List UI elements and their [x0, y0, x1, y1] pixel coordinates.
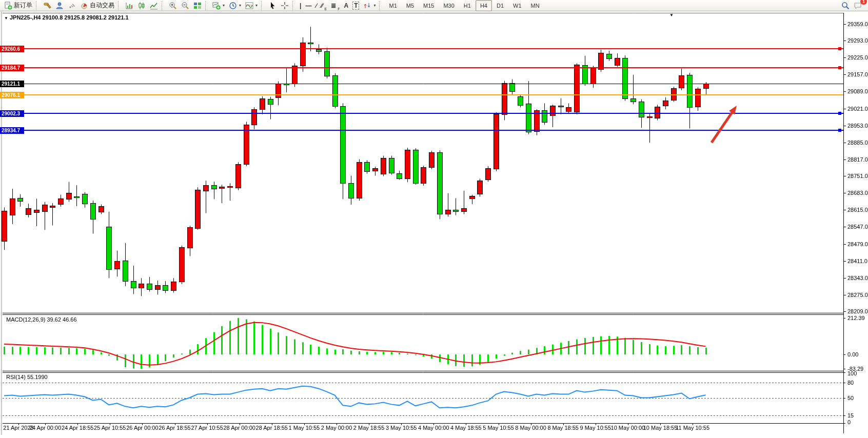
- search-button[interactable]: [839, 0, 852, 11]
- new-order-button-label: 新订单: [14, 1, 32, 10]
- profiles-dropdown[interactable]: ▾: [227, 0, 243, 11]
- tile-windows-button[interactable]: [191, 0, 204, 11]
- vertical-line-button-glyph: |: [300, 2, 301, 9]
- fibonacci-button[interactable]: ≣F: [329, 0, 342, 11]
- chart-candles-button[interactable]: [135, 0, 148, 11]
- text-button[interactable]: A: [342, 0, 350, 11]
- chart-canvas[interactable]: [0, 0, 868, 438]
- signal-icon: [68, 2, 76, 10]
- chart-plus-icon: [212, 2, 221, 10]
- document-plus-icon: [4, 2, 12, 10]
- channel-button-glyph: ∕∕: [321, 2, 323, 9]
- community-button[interactable]: [53, 0, 66, 11]
- timeframe-m5-label: M5: [404, 3, 417, 9]
- toolbar-separator: [205, 1, 209, 10]
- timeframe-w1[interactable]: W1: [508, 0, 526, 11]
- trendline-button[interactable]: ∕: [313, 0, 319, 11]
- horizontal-line-button-glyph: —: [305, 2, 311, 9]
- chart-bars-button[interactable]: [123, 0, 135, 11]
- fibonacci-button-glyph: ≣: [331, 2, 336, 9]
- channel-button-sub: E: [324, 7, 327, 11]
- fibonacci-button-sub: F: [338, 7, 340, 11]
- chat-button[interactable]: 1: [852, 0, 864, 11]
- label-button[interactable]: T: [350, 0, 361, 11]
- chevron-down-icon: ▾: [239, 3, 241, 8]
- label-button-glyph: T: [352, 2, 359, 10]
- zoom-out-icon: [181, 2, 189, 10]
- line-chart-icon: [150, 2, 158, 10]
- timeframe-m30[interactable]: M30: [439, 0, 459, 11]
- chevron-down-icon: ▾: [223, 3, 225, 8]
- chat-badge: 1: [860, 0, 867, 5]
- search-icon: [841, 2, 850, 10]
- timeframe-d1[interactable]: D1: [492, 0, 508, 11]
- indicator-icon: [245, 2, 253, 10]
- trendline-button-glyph: ∕: [315, 2, 317, 9]
- timeframe-m15[interactable]: M15: [419, 0, 439, 11]
- toolbar-separator: [379, 1, 383, 10]
- horizontal-line-button[interactable]: —: [303, 0, 313, 11]
- chart-line-button[interactable]: [148, 0, 160, 11]
- chevron-down-icon: ▾: [255, 3, 258, 8]
- timeframe-m1[interactable]: M1: [384, 0, 401, 11]
- timeframe-mn[interactable]: MN: [526, 0, 544, 11]
- indicators-dropdown[interactable]: ▾: [243, 0, 260, 11]
- cursor-button[interactable]: [266, 0, 279, 11]
- candles-icon: [137, 2, 146, 10]
- timeframe-h1[interactable]: H1: [459, 0, 476, 11]
- robot-icon: [80, 2, 88, 10]
- toolbar-separator: [292, 1, 296, 10]
- hammer-icon: [43, 2, 51, 10]
- timeframe-h1-label: H1: [461, 3, 474, 9]
- bar-chart-icon: [125, 2, 133, 10]
- timeframe-m15-label: M15: [421, 3, 437, 9]
- zoom-in-button[interactable]: [167, 0, 179, 11]
- timeframe-d1-label: D1: [494, 3, 506, 9]
- tools-button[interactable]: [41, 0, 53, 11]
- zoom-out-button[interactable]: [179, 0, 191, 11]
- crosshair-icon: [281, 2, 289, 10]
- timeframe-mn-label: MN: [528, 3, 542, 9]
- person-icon: [55, 2, 64, 10]
- autotrading-button[interactable]: 自动交易: [78, 0, 116, 11]
- timeframe-m30-label: M30: [441, 3, 457, 9]
- new-order-button[interactable]: 新订单: [2, 0, 34, 11]
- channel-button[interactable]: ∕∕E: [319, 0, 329, 11]
- zoom-in-icon: [169, 2, 177, 10]
- arrows-dropdown[interactable]: ▾: [361, 0, 378, 11]
- vertical-line-button[interactable]: |: [298, 0, 303, 11]
- crosshair-button[interactable]: [279, 0, 291, 11]
- clock-icon: [229, 2, 237, 10]
- tiles-icon: [193, 2, 202, 10]
- cursor-icon: [268, 2, 277, 10]
- autotrading-button-label: 自动交易: [90, 1, 114, 10]
- toolbar-separator: [261, 1, 265, 10]
- arrows-icon: [363, 2, 371, 10]
- timeframe-h4-label: H4: [478, 3, 490, 9]
- timeframe-w1-label: W1: [510, 3, 524, 9]
- timeframe-m1-label: M1: [386, 3, 399, 9]
- toolbar-separator: [36, 1, 40, 10]
- chevron-down-icon: ▾: [373, 3, 376, 8]
- toolbar-separator: [118, 1, 122, 10]
- main-toolbar: 新订单自动交易▾▾▾|—∕∕∕E≣FAT▾M1M5M15M30H1H4D1W1M…: [0, 0, 868, 11]
- timeframe-h4[interactable]: H4: [476, 0, 492, 11]
- trading-platform-window: 新订单自动交易▾▾▾|—∕∕∕E≣FAT▾M1M5M15M30H1H4D1W1M…: [0, 0, 868, 438]
- new-chart-dropdown[interactable]: ▾: [210, 0, 227, 11]
- toolbar-separator: [162, 1, 165, 10]
- text-button-glyph: A: [344, 2, 348, 9]
- signals-button[interactable]: [66, 0, 78, 11]
- timeframe-m5[interactable]: M5: [402, 0, 419, 11]
